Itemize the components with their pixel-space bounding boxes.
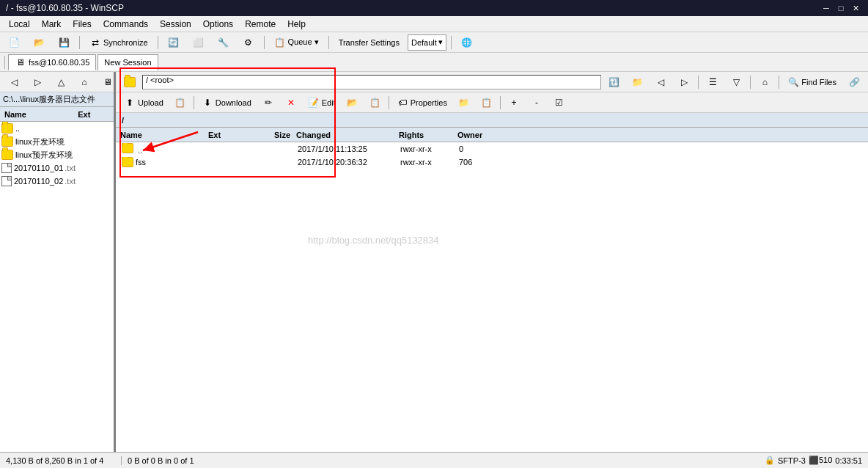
folder-icon [122, 143, 133, 153]
left-up-btn[interactable]: △ [50, 74, 72, 90]
act9-icon: - [531, 97, 542, 109]
file-ext: .txt [65, 164, 76, 172]
menu-options[interactable]: Options [197, 18, 239, 31]
menu-commands[interactable]: Commands [98, 18, 154, 31]
toolbar-btn2[interactable]: 🔄 [163, 34, 185, 51]
toolbar-btn3[interactable]: ⬜ [188, 34, 210, 51]
left-forward-btn[interactable]: ▷ [26, 74, 48, 90]
right-file-owner: 0 [456, 145, 500, 153]
right-home-btn[interactable]: ⌂ [754, 74, 776, 90]
left-back-btn[interactable]: ◁ [3, 74, 25, 90]
filter-icon: ▽ [730, 76, 742, 88]
forward-icon: ▷ [32, 76, 43, 88]
right-back-btn[interactable]: ◁ [650, 74, 672, 90]
right-file-list[interactable]: .. 2017/1/10 11:13:25 rwxr-xr-x 0 fss 20 [116, 142, 868, 452]
right-forward-btn[interactable]: ▷ [673, 74, 695, 90]
right-folder-icon [124, 77, 136, 87]
action-btn5[interactable]: 📋 [364, 95, 386, 111]
table-row[interactable]: .. 2017/1/10 11:13:25 rwxr-xr-x 0 [116, 142, 868, 156]
menu-files[interactable]: Files [67, 18, 97, 31]
sep10 [194, 96, 194, 109]
list-item[interactable]: linux开发环境 [0, 135, 114, 148]
action-btn3-delete[interactable]: ✕ [280, 95, 302, 111]
right-folder-btn[interactable] [119, 74, 141, 90]
menu-remote[interactable]: Remote [239, 18, 282, 31]
session-tab-fss[interactable]: 🖥 fss@10.60.80.35 [8, 54, 96, 70]
action-btn8[interactable]: + [503, 95, 525, 111]
file-ext: .txt [65, 177, 76, 186]
maximize-button[interactable]: □ [834, 2, 847, 14]
synchronize-button[interactable]: ⇄ Synchronize [84, 34, 153, 51]
action-btn2[interactable]: ✏ [257, 95, 279, 111]
act4-icon: 📂 [347, 97, 358, 109]
sep6 [4, 56, 5, 69]
toolbar-new-btn[interactable]: 📄 [3, 34, 25, 51]
transfer-default-dropdown[interactable]: Default ▾ [408, 34, 446, 51]
list-item[interactable]: 20170110_01 .txt [0, 161, 114, 175]
right-filter-btn[interactable]: ▽ [725, 74, 747, 90]
transfer-settings-button[interactable]: Transfer Settings [334, 34, 405, 51]
right-refresh-btn[interactable]: 🔃 [603, 74, 625, 90]
right-file-name: .. [119, 143, 207, 155]
properties-button[interactable]: 🏷 Properties [391, 95, 452, 111]
close-button[interactable]: ✕ [849, 2, 862, 14]
act6-icon: 📁 [458, 97, 470, 109]
action-btn1[interactable]: 📋 [169, 95, 191, 111]
status-right: 0 B of 0 B in 0 of 1 [122, 456, 765, 465]
lock-icon: 🔒 [765, 456, 775, 465]
protocol-label: SFTP-3 [778, 456, 806, 465]
file-icon [1, 163, 12, 173]
left-home-btn[interactable]: ⌂ [73, 74, 95, 90]
toolbar-btn4[interactable]: 🔧 [213, 34, 235, 51]
action-btn6[interactable]: 📁 [453, 95, 475, 111]
menu-session[interactable]: Session [154, 18, 197, 31]
edit-button[interactable]: 📝 Edit [303, 95, 341, 111]
toolbar-open-btn[interactable]: 📂 [28, 34, 50, 51]
edit-icon: 📝 [308, 97, 320, 109]
new-session-tab[interactable]: New Session [98, 54, 158, 70]
save-icon: 💾 [58, 37, 70, 48]
delete-icon: ✕ [285, 97, 297, 109]
home2-icon: ⌂ [759, 76, 770, 88]
find-files-btn[interactable]: 🔍 Find Files [782, 74, 842, 90]
table-row[interactable]: fss 2017/1/10 20:36:32 rwxr-xr-x 706 [116, 156, 868, 169]
right-path-input[interactable]: / <root> [142, 75, 601, 89]
session-icon: 🖥 [15, 56, 26, 68]
list-item[interactable]: .. [0, 122, 114, 135]
action-btn7[interactable]: 📋 [476, 95, 498, 111]
right-panel: / <root> 🔃 📁 ◁ ▷ ☰ ▽ [116, 72, 868, 452]
extra-icon: 🔗 [848, 76, 860, 88]
right-file-rights: rwxr-xr-x [397, 145, 456, 153]
queue-button[interactable]: 📋 Queue ▾ [269, 34, 324, 51]
download-button[interactable]: ⬇ Download [196, 95, 257, 111]
sep7 [698, 76, 699, 89]
icon5: ⚙ [243, 37, 254, 48]
act10-icon: ☑ [553, 97, 565, 109]
menu-help[interactable]: Help [282, 18, 312, 31]
list-item[interactable]: 20170110_02 .txt [0, 175, 114, 188]
left-file-list[interactable]: .. linux开发环境 linux预开发环境 20170110_01 .txt [0, 122, 114, 452]
menu-mark[interactable]: Mark [36, 18, 67, 31]
action-btn10[interactable]: ☑ [548, 95, 570, 111]
file-name: 20170110_01 [14, 164, 63, 172]
act5-icon: 📋 [369, 97, 381, 109]
download-icon: ⬇ [202, 97, 213, 109]
left-panel-toolbar: ◁ ▷ △ ⌂ 🖥 + - [0, 72, 114, 92]
toolbar-save-btn[interactable]: 💾 [53, 34, 75, 51]
left-file-header: Name Ext [0, 107, 114, 122]
toolbar-btn5[interactable]: ⚙ [238, 34, 260, 51]
status-bar: 4,130 B of 8,260 B in 1 of 4 0 B of 0 B … [0, 452, 868, 468]
toolbar-globe-btn[interactable]: 🌐 [456, 34, 478, 51]
right-view-btn[interactable]: ☰ [702, 74, 724, 90]
sep11 [389, 96, 389, 109]
icon2: 🔄 [168, 37, 180, 48]
menu-local[interactable]: Local [3, 18, 36, 31]
right-new-folder-btn[interactable]: 📁 [626, 74, 648, 90]
action-btn9[interactable]: - [526, 95, 548, 111]
list-item[interactable]: linux预开发环境 [0, 148, 114, 161]
action-btn4[interactable]: 📂 [342, 95, 364, 111]
right-extra-btn[interactable]: 🔗 [843, 74, 865, 90]
upload-button[interactable]: ⬆ Upload [119, 95, 169, 111]
minimize-button[interactable]: ─ [820, 2, 833, 14]
queue-icon: 📋 [274, 37, 286, 48]
